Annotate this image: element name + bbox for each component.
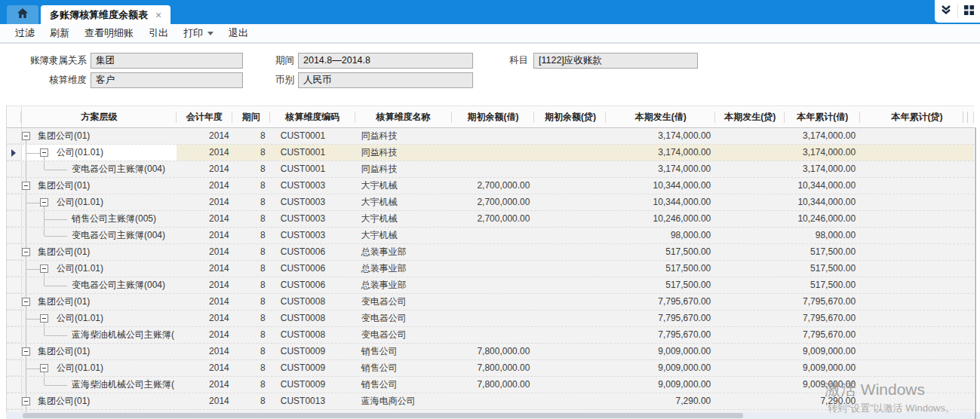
grid-cell-open_dr[interactable] [452, 310, 535, 326]
grid-cell-open_cr[interactable] [534, 228, 606, 243]
grid-cell-year[interactable]: 2014 [177, 178, 232, 194]
grid-cell-cur_dr[interactable]: 10,344,000.00 [606, 194, 715, 210]
grid-cell-open_dr[interactable] [452, 228, 535, 243]
grid-cell-plan[interactable]: 公司(01.01) [22, 145, 177, 161]
grid-cell-period[interactable]: 8 [232, 277, 270, 293]
grid-cell-year[interactable]: 2014 [177, 344, 232, 359]
grid-cell-ytd_dr[interactable]: 3,174,000.00 [785, 128, 860, 144]
print-dropdown-caret-icon[interactable] [207, 32, 214, 35]
grid-cell-year[interactable]: 2014 [177, 228, 232, 243]
grid-cell-cur_cr[interactable] [715, 211, 785, 227]
grid-cell-open_cr[interactable] [534, 194, 606, 210]
grid-cell-ytd_dr[interactable]: 9,009,000.00 [785, 360, 860, 376]
grid-cell-cur_dr[interactable]: 7,290.00 [606, 393, 715, 409]
grid-cell-name[interactable]: 大宇机械 [355, 211, 452, 227]
grid-cell-year[interactable]: 2014 [177, 310, 232, 326]
grid-cell-cur_dr[interactable]: 517,500.00 [606, 277, 715, 293]
grid-cell-open_dr[interactable]: 2,700,000.00 [452, 211, 535, 227]
grid-cell-ytd_cr[interactable] [860, 327, 974, 343]
table-row[interactable]: 变电器公司主账簿(004)20148CUST0001同益科技3,174,000.… [7, 161, 974, 178]
grid-cell-code[interactable]: CUST0003 [270, 211, 355, 227]
exit-button[interactable]: 退出 [221, 26, 256, 40]
grid-cell-name[interactable]: 同益科技 [355, 161, 452, 177]
grid-cell-name[interactable]: 大宇机械 [355, 178, 452, 194]
table-row[interactable]: 销售公司主账簿(005)20148CUST0003大宇机械2,700,000.0… [7, 211, 974, 228]
grid-cell-cur_dr[interactable]: 3,174,000.00 [606, 128, 715, 144]
row-indicator-cell[interactable] [7, 344, 22, 359]
grid-cell-open_cr[interactable] [534, 327, 606, 343]
grid-cell-plan[interactable]: 销售公司主账簿(005) [22, 211, 177, 227]
grid-cell-cur_cr[interactable] [715, 244, 785, 260]
grid-cell-name[interactable]: 总装事业部 [355, 277, 452, 293]
grid-cell-open_dr[interactable] [452, 244, 535, 260]
grid-cell-cur_dr[interactable]: 9,009,000.00 [606, 360, 715, 376]
grid-cell-period[interactable]: 8 [232, 128, 270, 144]
grid-cell-open_dr[interactable]: 7,800,000.00 [452, 360, 535, 376]
grid-cell-cur_cr[interactable] [715, 178, 785, 194]
grid-cell-open_cr[interactable] [534, 277, 606, 293]
column-header-code[interactable]: 核算维度编码 [270, 106, 355, 127]
grid-cell-ytd_cr[interactable] [860, 161, 974, 177]
grid-cell-ytd_cr[interactable] [860, 377, 974, 393]
grid-cell-code[interactable]: CUST0013 [270, 393, 355, 409]
grid-cell-name[interactable]: 销售公司 [355, 360, 452, 376]
grid-cell-ytd_dr[interactable]: 3,174,000.00 [785, 145, 860, 161]
column-header-name[interactable]: 核算维度名称 [355, 106, 452, 127]
grid-cell-plan[interactable]: 公司(01.01) [22, 261, 177, 277]
grid-cell-cur_cr[interactable] [715, 228, 785, 243]
grid-cell-ytd_dr[interactable]: 9,009,000.00 [785, 377, 860, 393]
row-indicator-cell[interactable] [7, 377, 22, 393]
dimension-field[interactable]: 客户 [91, 72, 243, 88]
grid-cell-plan[interactable]: 变电器公司主账簿(004) [22, 161, 177, 177]
tree-collapse-icon[interactable] [40, 148, 48, 157]
grid-cell-ytd_cr[interactable] [860, 145, 974, 161]
grid-cell-cur_cr[interactable] [715, 261, 785, 277]
grid-cell-cur_dr[interactable]: 3,174,000.00 [606, 161, 715, 177]
grid-cell-open_cr[interactable] [534, 211, 606, 227]
grid-cell-code[interactable]: CUST0009 [270, 377, 355, 393]
grid-cell-cur_cr[interactable] [715, 393, 785, 409]
grid-cell-name[interactable]: 大宇机械 [355, 228, 452, 243]
grid-cell-cur_dr[interactable]: 98,000.00 [606, 228, 715, 243]
grid-cell-ytd_cr[interactable] [860, 294, 974, 310]
grid-cell-year[interactable]: 2014 [177, 294, 232, 310]
grid-cell-open_dr[interactable] [452, 294, 535, 310]
grid-cell-cur_cr[interactable] [715, 294, 785, 310]
grid-cell-open_cr[interactable] [534, 178, 606, 194]
grid-cell-open_cr[interactable] [534, 360, 606, 376]
table-row[interactable]: 集团公司(01)20148CUST0001同益科技3,174,000.003,1… [7, 128, 974, 145]
table-row[interactable]: 集团公司(01)20148CUST0013蓝海电商公司7,290.007,290… [7, 393, 974, 410]
column-grip-icon[interactable] [963, 112, 968, 123]
grid-cell-year[interactable]: 2014 [177, 377, 232, 393]
table-row[interactable]: 集团公司(01)20148CUST0009销售公司7,800,000.009,0… [7, 344, 974, 360]
grid-cell-open_cr[interactable] [534, 377, 606, 393]
grid-cell-ytd_dr[interactable]: 98,000.00 [785, 228, 860, 243]
grid-cell-period[interactable]: 8 [232, 310, 270, 326]
home-tab[interactable] [7, 5, 38, 24]
table-row[interactable]: 蓝海柴油机械公司主账簿(20148CUST0008变电器公司7,795,670.… [7, 327, 974, 344]
grid-cell-ytd_cr[interactable] [860, 244, 974, 260]
grid-cell-open_dr[interactable] [452, 393, 535, 409]
grid-cell-ytd_cr[interactable] [860, 228, 974, 243]
grid-cell-plan[interactable]: 集团公司(01) [22, 393, 177, 409]
tree-collapse-icon[interactable] [22, 132, 30, 140]
export-button[interactable]: 引出 [141, 26, 176, 40]
row-indicator-cell[interactable] [7, 228, 22, 243]
grid-cell-cur_dr[interactable]: 7,795,670.00 [606, 294, 715, 310]
grid-cell-code[interactable]: CUST0003 [270, 194, 355, 210]
grid-cell-plan[interactable]: 蓝海柴油机械公司主账簿( [22, 327, 177, 343]
grid-cell-code[interactable]: CUST0006 [270, 261, 355, 277]
grid-cell-year[interactable]: 2014 [177, 194, 232, 210]
grid-cell-name[interactable]: 变电器公司 [355, 327, 452, 343]
grid-cell-open_dr[interactable] [452, 145, 535, 161]
grid-cell-cur_cr[interactable] [715, 194, 785, 210]
grid-cell-plan[interactable]: 蓝海柴油机械公司主账簿( [22, 377, 177, 393]
grid-cell-open_dr[interactable] [452, 128, 535, 144]
tree-collapse-icon[interactable] [40, 265, 48, 273]
currency-field[interactable]: 人民币 [298, 72, 473, 88]
row-indicator-cell[interactable] [7, 277, 22, 293]
grid-cell-plan[interactable]: 公司(01.01) [22, 310, 177, 326]
grid-cell-plan[interactable]: 集团公司(01) [22, 294, 177, 310]
close-icon[interactable]: × [155, 10, 161, 20]
vertical-scrollbar[interactable] [975, 127, 976, 419]
